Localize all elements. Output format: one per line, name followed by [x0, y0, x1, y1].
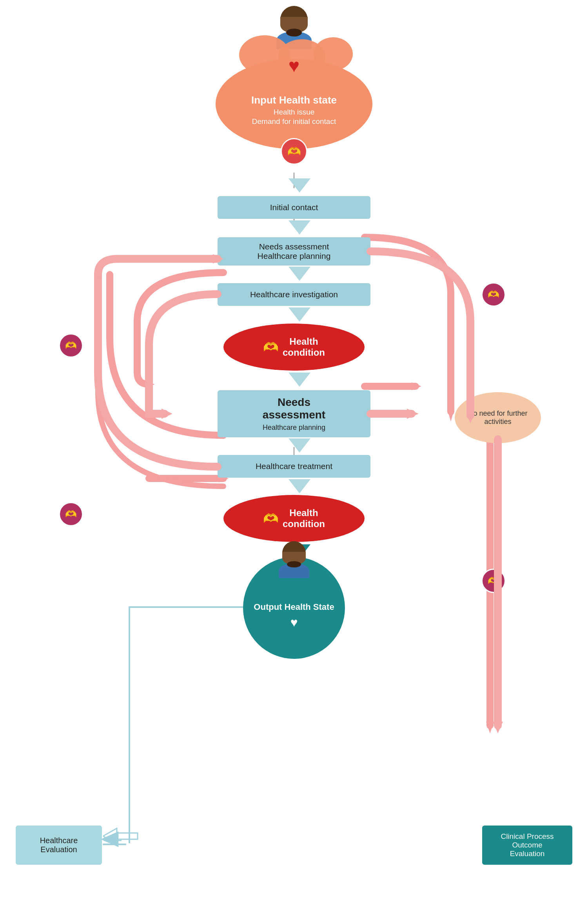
needs-assessment-planning-box: Needs assessment Healthcare planning [218, 237, 370, 266]
output-circle: Output Health State ♥ [243, 557, 345, 659]
arrow-3 [289, 267, 310, 281]
arrow-4 [289, 307, 310, 322]
health-condition-1: 🫶 Health condition [223, 324, 365, 371]
no-need-ellipse: No need for further activities [455, 392, 541, 443]
healthcare-investigation-box: Healthcare investigation [218, 283, 370, 306]
hc2-icon: 🫶 [263, 511, 279, 526]
left-arrow-2 [149, 408, 161, 422]
input-title: Input Health state [251, 94, 337, 106]
health-condition-2: 🫶 Health condition [223, 495, 365, 542]
input-line1: Health issue [274, 108, 315, 116]
svg-marker-19 [103, 828, 138, 844]
input-health-state: ♥ Input Health state Health issue Demand… [208, 35, 380, 153]
healthcare-evaluation-box: Healthcare Evaluation [16, 826, 102, 865]
right-badge-2: 🫶 [481, 569, 506, 593]
arrow-2 [289, 220, 310, 235]
svg-marker-14 [407, 409, 419, 419]
hollow-arrow-left [103, 827, 138, 846]
left-badge-2: 🫶 [59, 502, 83, 526]
input-line2: Demand for initial contact [252, 117, 336, 126]
arrow-5 [289, 373, 310, 387]
clinical-outcome-box: Clinical Process Outcome Evaluation [482, 826, 572, 865]
initial-contact-box: Initial contact [218, 196, 370, 219]
input-hand-heart-badge: 🫶 [281, 138, 307, 165]
svg-marker-15 [493, 722, 503, 733]
arrow-6 [289, 438, 310, 453]
needs-assessment-2-box: Needs assessment Healthcare planning [218, 390, 370, 437]
left-badge-1: 🫶 [59, 333, 83, 358]
svg-marker-16 [162, 409, 172, 419]
right-badge-1: 🫶 [481, 282, 506, 307]
arrow-1 [289, 178, 310, 193]
hc1-icon: 🫶 [263, 340, 279, 355]
arrow-7 [289, 479, 310, 493]
healthcare-treatment-box: Healthcare treatment [218, 455, 370, 478]
